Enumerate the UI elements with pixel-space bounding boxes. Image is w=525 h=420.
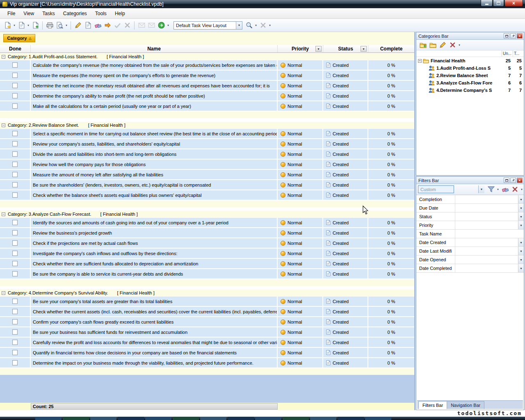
menu-view[interactable]: View [19, 9, 38, 18]
done-checkbox[interactable] [12, 350, 18, 355]
close-button[interactable]: × [504, 0, 523, 7]
tab-filters-bar[interactable]: Filters Bar [418, 401, 447, 409]
delete-category-button[interactable] [447, 40, 457, 50]
task-row[interactable]: Review the business's projected growthNo… [0, 228, 414, 237]
sync-button[interactable] [156, 21, 166, 30]
layout-combo[interactable]: Default Task View Layout ▼ [173, 21, 242, 30]
menu-help[interactable]: Help [111, 9, 129, 18]
done-checkbox[interactable] [12, 271, 18, 276]
chevron-down-icon[interactable]: ▾ [520, 188, 524, 191]
task-row[interactable]: Make all the calculations for a certain … [0, 101, 414, 111]
filter-preset-combo[interactable]: Custom [418, 185, 454, 193]
menu-tasks[interactable]: Tasks [38, 9, 59, 18]
category-header-row[interactable]: −Category: 4.Determine Company's Surviva… [0, 290, 414, 296]
task-row[interactable]: Review your company's assets, liabilitie… [0, 139, 414, 148]
done-checkbox[interactable] [12, 73, 18, 78]
task-row[interactable]: Investigate the company's cash inflows a… [0, 249, 414, 258]
print-button[interactable] [45, 21, 55, 30]
chevron-down-icon[interactable]: ▾ [496, 188, 500, 191]
chevron-down-icon[interactable]: ▼ [518, 238, 524, 247]
delete-filter-button[interactable] [510, 185, 520, 194]
filter-value-date-last-modifi[interactable]: ▼ [455, 247, 524, 255]
done-checkbox[interactable] [12, 230, 18, 235]
edit-task-button[interactable] [73, 21, 83, 30]
done-checkbox[interactable] [12, 141, 18, 146]
done-checkbox[interactable] [12, 251, 18, 256]
priority-filter-button[interactable]: ▼ [315, 46, 322, 52]
filter-value-status[interactable]: ▼ [455, 212, 524, 221]
filter-value-priority[interactable]: ▼ [455, 221, 524, 229]
task-row[interactable]: Divide the assets and liabilities into s… [0, 149, 414, 159]
complete-task-button[interactable] [103, 21, 112, 30]
chevron-down-icon[interactable]: ▾ [64, 24, 68, 27]
filter-value-completion[interactable]: ▼ [455, 195, 524, 203]
task-row[interactable]: Review how well the company pays for tho… [0, 160, 414, 169]
menu-categories[interactable]: Categories [59, 9, 91, 18]
collapse-icon[interactable]: − [2, 55, 5, 59]
menu-tools[interactable]: Tools [91, 9, 111, 18]
category-header-row[interactable]: −Category: 3.Analyze Cash-Flow Forecast.… [0, 211, 414, 217]
column-header-priority[interactable]: Priority ▼ [278, 45, 323, 52]
task-row[interactable]: Confirm your company's cash flows greatl… [0, 317, 414, 326]
chevron-down-icon[interactable]: ▼ [518, 212, 524, 221]
task-row[interactable]: Determine the impact on your business ma… [0, 358, 414, 368]
task-row[interactable]: Be sure your company's total assets are … [0, 297, 414, 306]
column-header-status[interactable]: Status ▼ [323, 45, 368, 52]
done-checkbox[interactable] [12, 162, 18, 167]
task-row[interactable]: Check if the projections are met by actu… [0, 238, 414, 248]
status-filter-button[interactable]: ▼ [361, 46, 367, 52]
new-task-button[interactable] [2, 21, 12, 30]
task-row[interactable]: Check whether the current assets (incl. … [0, 307, 414, 316]
delete-task-button[interactable] [93, 21, 103, 30]
panel-close-icon[interactable]: × [517, 178, 523, 183]
category-header-row[interactable]: −Category: 1.Audit Profit-and-Loss State… [0, 53, 414, 60]
done-checkbox[interactable] [12, 151, 18, 157]
task-row[interactable]: Be sure the shareholders' (lenders, inve… [0, 180, 414, 189]
chevron-down-icon[interactable]: ▼ [478, 185, 484, 193]
task-row[interactable]: Check whether there are sufficient funds… [0, 259, 414, 268]
filter-value-date-opened[interactable]: ▼ [455, 256, 524, 264]
column-uncompleted[interactable]: Un... [502, 50, 513, 57]
windows-taskbar[interactable] [0, 417, 525, 420]
task-row[interactable]: Quantify in financial terms how close de… [0, 348, 414, 357]
chevron-down-icon[interactable]: ▼ [518, 264, 524, 272]
tree-item[interactable]: 4.Determine Company's S77 [416, 87, 524, 94]
chevron-down-icon[interactable]: ▼ [518, 256, 524, 264]
done-checkbox[interactable] [12, 319, 18, 324]
panel-pin-icon[interactable] [510, 33, 516, 39]
column-header-name[interactable]: Name [31, 45, 278, 52]
chevron-down-icon[interactable]: ▾ [26, 24, 30, 27]
tab-navigation-bar[interactable]: Navigation Bar [447, 401, 484, 409]
menu-file[interactable]: File [3, 9, 19, 18]
done-checkbox[interactable] [12, 103, 18, 109]
chevron-down-icon[interactable]: ▼ [518, 221, 524, 229]
done-checkbox[interactable] [12, 192, 18, 198]
tree-item-root[interactable]: −Financial Health2525 [416, 57, 524, 64]
done-checkbox[interactable] [12, 340, 18, 345]
collapse-icon[interactable]: − [2, 291, 5, 295]
done-checkbox[interactable] [12, 261, 18, 266]
new-note-button[interactable] [16, 21, 26, 30]
maximize-button[interactable] [493, 0, 504, 7]
done-checkbox[interactable] [12, 182, 18, 187]
filter-value-date-completed[interactable]: ▼ [455, 264, 524, 272]
task-row[interactable]: Check whether the balance sheet's assets… [0, 190, 414, 200]
done-checkbox[interactable] [12, 309, 18, 314]
chevron-down-icon[interactable]: ▾ [166, 24, 170, 27]
done-checkbox[interactable] [12, 93, 18, 98]
chevron-down-icon[interactable]: ▼ [518, 247, 524, 255]
done-checkbox[interactable] [12, 360, 18, 365]
column-header-complete[interactable]: Complete [368, 45, 414, 52]
done-checkbox[interactable] [12, 299, 18, 304]
collapse-icon[interactable]: − [2, 123, 5, 127]
chevron-down-icon[interactable]: ▾ [254, 24, 258, 27]
column-header-done[interactable]: Done [0, 45, 31, 52]
group-by-category-button[interactable]: Category △ [3, 34, 35, 42]
task-row[interactable]: Calculate the company's revenue (the mon… [0, 60, 414, 70]
print-preview-button[interactable] [55, 21, 64, 30]
chevron-down-icon[interactable]: ▼ [518, 195, 524, 203]
edit-category-button[interactable] [438, 40, 447, 50]
done-checkbox[interactable] [12, 172, 18, 177]
task-row[interactable]: Determine the net income (the monetary r… [0, 81, 414, 90]
panel-restore-icon[interactable] [504, 33, 509, 39]
